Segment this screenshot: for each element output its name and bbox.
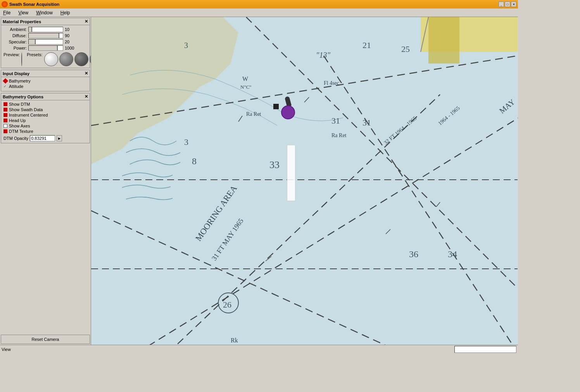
show-axes-label: Show Axes	[9, 124, 30, 128]
statusbar: View	[0, 345, 518, 353]
preset-sphere-1[interactable]	[44, 52, 58, 66]
specular-label: Specular:	[3, 40, 27, 44]
menu-help[interactable]: Help	[59, 9, 72, 16]
svg-text:31: 31	[331, 116, 340, 126]
status-right-area	[454, 346, 516, 353]
titlebar: Swath Sonar Acquisition _ □ ✕	[0, 0, 518, 9]
dtm-opacity-row: DTM Opacity ▶	[3, 135, 87, 141]
maximize-button[interactable]: □	[505, 2, 510, 7]
svg-text:W: W	[242, 76, 249, 82]
reset-camera-label: Reset Camera	[32, 337, 59, 342]
input-display-panel: Input Display ✕ Bathymetry ✓ Attitude	[1, 70, 90, 91]
minimize-button[interactable]: _	[499, 2, 504, 7]
svg-text:"13": "13"	[316, 51, 330, 59]
svg-text:21: 21	[362, 40, 371, 50]
attitude-label: Attitude	[9, 84, 23, 89]
vessel-marker	[281, 105, 295, 119]
show-dtm-row[interactable]: Show DTM	[3, 102, 87, 107]
dtm-opacity-input[interactable]	[30, 135, 55, 141]
window-controls: _ □ ✕	[499, 2, 516, 7]
svg-text:36: 36	[409, 249, 418, 259]
svg-text:N"C": N"C"	[240, 84, 252, 90]
bathymetry-options-close[interactable]: ✕	[85, 94, 88, 99]
preview-sphere	[21, 52, 22, 66]
show-dtm-icon	[3, 102, 7, 106]
input-display-header: Input Display ✕	[1, 70, 90, 77]
sonar-swath	[287, 145, 295, 201]
preset-sphere-2[interactable]	[59, 52, 73, 66]
power-slider[interactable]	[28, 45, 63, 51]
show-dtm-label: Show DTM	[9, 102, 30, 107]
head-up-icon	[3, 119, 7, 122]
specular-row: Specular: 20	[3, 39, 87, 45]
bathymetry-options-header: Bathymetry Options ✕	[1, 93, 90, 100]
specular-slider[interactable]	[28, 39, 63, 45]
input-display-close[interactable]: ✕	[85, 71, 88, 76]
svg-text:25: 25	[401, 44, 410, 54]
chart-svg: 21 25 3 8 33 31 31 3 36 34 26 3 "13" Ra …	[91, 17, 518, 345]
svg-text:8: 8	[192, 156, 197, 166]
material-properties-panel: Material Properties ✕ Ambient: 10 Diffus…	[1, 18, 90, 68]
svg-text:Ra Ret: Ra Ret	[331, 132, 347, 138]
input-item-attitude[interactable]: ✓ Attitude	[3, 84, 87, 89]
input-item-bathymetry[interactable]: Bathymetry	[3, 79, 87, 83]
svg-text:Rk: Rk	[231, 337, 238, 344]
svg-text:34: 34	[448, 249, 457, 259]
bathymetry-options-title: Bathymetry Options	[3, 95, 43, 99]
ambient-slider[interactable]	[28, 27, 63, 32]
material-properties-title: Material Properties	[3, 19, 41, 24]
show-axes-icon	[3, 124, 7, 128]
dtm-texture-label: DTM Texture	[9, 129, 33, 134]
bathymetry-options-panel: Bathymetry Options ✕ Show DTM Show Swath…	[1, 93, 90, 143]
menu-file[interactable]: File	[2, 9, 12, 16]
bathymetry-options-body: Show DTM Show Swath Data Instrument Cent…	[1, 100, 90, 143]
svg-rect-2	[428, 17, 459, 64]
show-swath-data-icon	[3, 108, 7, 112]
preset-sphere-3[interactable]	[74, 52, 88, 66]
diffuse-row: Diffuse: 90	[3, 33, 87, 38]
main-layout: Material Properties ✕ Ambient: 10 Diffus…	[0, 17, 518, 345]
svg-text:Fl 4sec: Fl 4sec	[324, 80, 339, 86]
status-view-label: View	[2, 347, 454, 352]
menu-view[interactable]: View	[17, 9, 30, 16]
dtm-opacity-arrow[interactable]: ▶	[57, 135, 62, 141]
power-label: Power:	[3, 46, 27, 50]
window-title: Swath Sonar Acquisition	[9, 2, 59, 7]
svg-text:33: 33	[269, 159, 280, 170]
material-properties-close[interactable]: ✕	[85, 19, 88, 24]
reset-camera-button[interactable]: Reset Camera	[1, 335, 90, 344]
dtm-texture-row[interactable]: DTM Texture	[3, 129, 87, 134]
panel-spacer	[0, 144, 91, 334]
material-properties-body: Ambient: 10 Diffuse: 90 Specular:	[1, 25, 90, 68]
map-view[interactable]: 21 25 3 8 33 31 31 3 36 34 26 3 "13" Ra …	[91, 17, 518, 345]
ambient-row: Ambient: 10	[3, 27, 87, 32]
diffuse-value: 90	[65, 33, 78, 38]
show-axes-row[interactable]: Show Axes	[3, 124, 87, 128]
svg-rect-35	[273, 104, 279, 109]
input-display-title: Input Display	[3, 71, 29, 76]
dtm-texture-icon	[3, 129, 7, 133]
instrument-centered-label: Instrument Centered	[9, 113, 48, 117]
app-icon	[2, 1, 8, 7]
left-panel: Material Properties ✕ Ambient: 10 Diffus…	[0, 17, 91, 345]
diffuse-slider[interactable]	[28, 33, 63, 38]
input-display-body: Bathymetry ✓ Attitude	[1, 77, 90, 91]
diffuse-label: Diffuse:	[3, 33, 27, 38]
menu-window[interactable]: Window	[35, 9, 54, 16]
preview-label: Preview:	[3, 52, 20, 57]
preview-presets-row: Preview: Presets:	[3, 52, 87, 66]
head-up-label: Head Up	[9, 118, 26, 123]
close-button[interactable]: ✕	[511, 2, 516, 7]
presets-label: Presets:	[27, 52, 42, 57]
instrument-centered-row[interactable]: Instrument Centered	[3, 113, 87, 117]
svg-text:31: 31	[362, 118, 371, 127]
ambient-label: Ambient:	[3, 27, 27, 32]
svg-text:26: 26	[223, 300, 231, 309]
ambient-value: 10	[65, 27, 78, 32]
specular-value: 20	[65, 40, 78, 44]
title-left: Swath Sonar Acquisition	[2, 1, 59, 7]
show-swath-data-row[interactable]: Show Swath Data	[3, 107, 87, 112]
power-row: Power: 1000	[3, 45, 87, 51]
dtm-opacity-label: DTM Opacity	[3, 136, 28, 141]
head-up-row[interactable]: Head Up	[3, 118, 87, 123]
